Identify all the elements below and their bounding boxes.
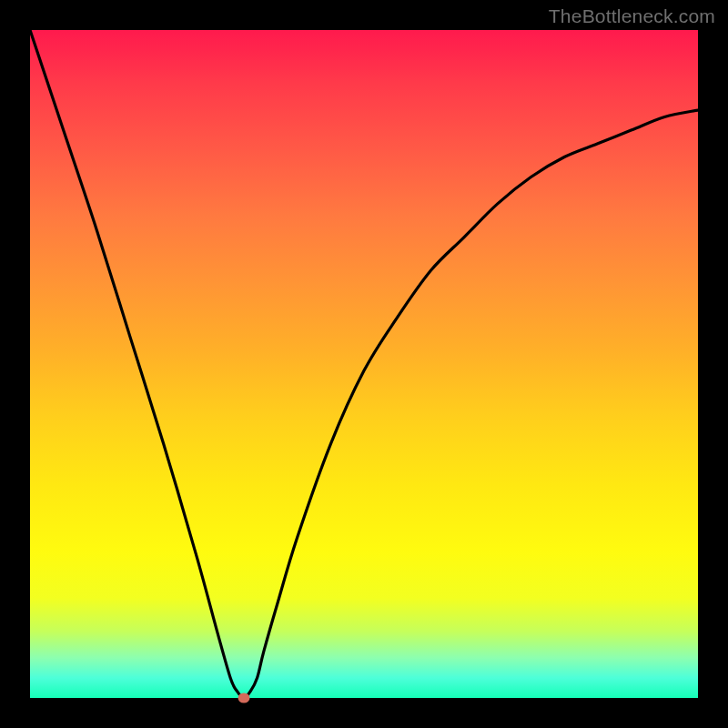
bottleneck-curve xyxy=(30,30,698,698)
plot-area xyxy=(30,30,698,698)
outer-frame: TheBottleneck.com xyxy=(0,0,728,728)
optimal-point-marker xyxy=(238,693,249,703)
watermark-text: TheBottleneck.com xyxy=(549,5,715,27)
